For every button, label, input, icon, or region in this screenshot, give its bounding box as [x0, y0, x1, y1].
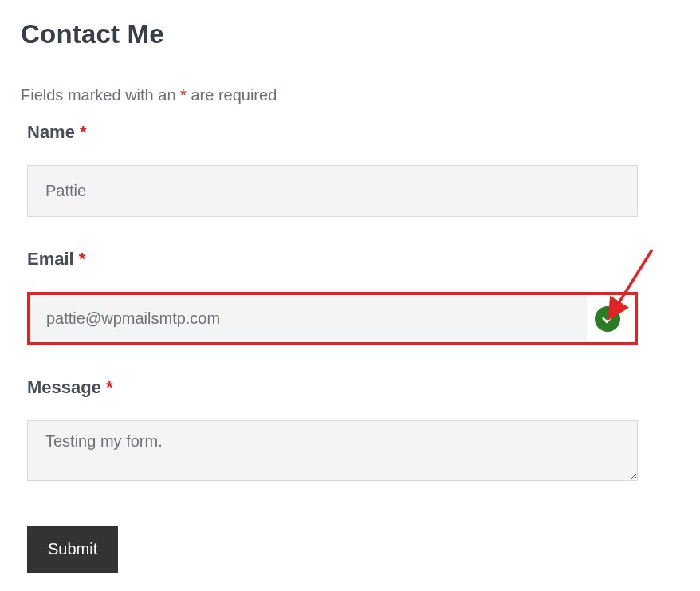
- email-asterisk: *: [79, 249, 86, 269]
- required-asterisk: *: [180, 86, 187, 104]
- message-label: Message *: [27, 377, 679, 398]
- email-label: Email *: [27, 249, 679, 270]
- form-field-name: Name *: [21, 122, 679, 217]
- email-input-wrap: [27, 292, 638, 345]
- name-input[interactable]: [27, 165, 638, 217]
- checkmark-icon: [595, 306, 620, 332]
- email-input[interactable]: [30, 295, 587, 342]
- message-asterisk: *: [106, 377, 113, 397]
- required-note-prefix: Fields marked with an: [21, 86, 180, 104]
- email-label-text: Email: [27, 249, 74, 269]
- name-label-text: Name: [27, 122, 75, 142]
- message-input-wrap: [27, 420, 638, 484]
- name-input-wrap: [27, 165, 638, 217]
- form-field-message: Message *: [21, 377, 679, 484]
- name-label: Name *: [27, 122, 679, 143]
- required-fields-note: Fields marked with an * are required: [21, 86, 679, 104]
- required-note-suffix: are required: [187, 86, 277, 104]
- submit-button[interactable]: Submit: [27, 526, 118, 573]
- page-title: Contact Me: [21, 19, 679, 49]
- message-label-text: Message: [27, 377, 101, 397]
- name-asterisk: *: [80, 122, 87, 142]
- message-textarea[interactable]: [27, 420, 638, 481]
- form-field-email: Email *: [21, 249, 679, 345]
